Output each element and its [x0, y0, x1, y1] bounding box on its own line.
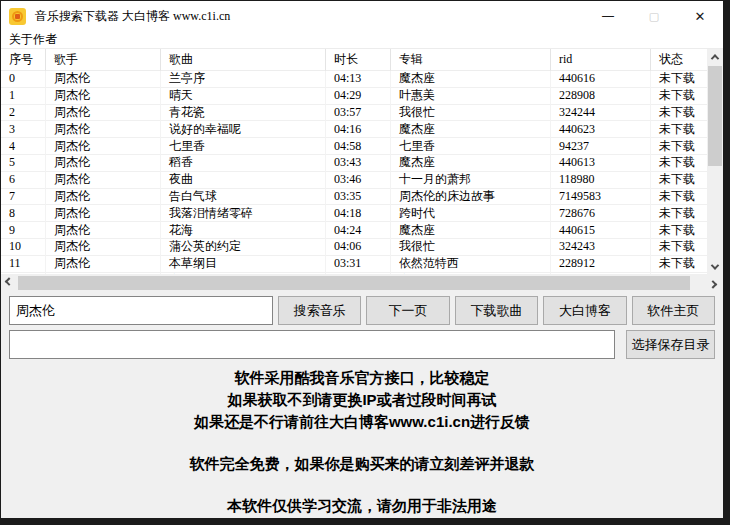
cell-artist: 周杰伦	[46, 239, 161, 256]
scroll-right-button[interactable]	[705, 274, 721, 292]
app-icon-ring	[12, 11, 23, 22]
scroll-up-button[interactable]	[707, 49, 723, 65]
cell-status: 未下载	[651, 222, 707, 239]
cell-duration: 03:57	[326, 105, 391, 122]
scroll-left-button[interactable]	[1, 274, 17, 292]
homepage-button[interactable]: 软件主页	[632, 296, 715, 325]
cell-artist: 周杰伦	[46, 105, 161, 122]
cell-rid: 440613	[551, 155, 651, 172]
cell-rid: 94237	[551, 138, 651, 155]
cell-song: 说好的幸福呢	[161, 121, 326, 138]
cell-rid: 228912	[551, 256, 651, 273]
app-icon	[9, 8, 26, 25]
table-row[interactable]: 11周杰伦本草纲目03:31依然范特西228912未下载	[1, 256, 707, 273]
table-row[interactable]: 6周杰伦夜曲03:46十一月的萧邦118980未下载	[1, 172, 707, 189]
cell-index: 9	[1, 222, 46, 239]
cell-rid: 324244	[551, 105, 651, 122]
horizontal-scrollbar[interactable]	[1, 274, 723, 292]
download-song-button[interactable]: 下载歌曲	[455, 296, 538, 325]
table-row[interactable]: 0周杰伦兰亭序04:13魔杰座440616未下载	[1, 71, 707, 88]
search-keyword-input[interactable]	[9, 296, 273, 325]
cell-song: 兰亭序	[161, 71, 326, 88]
cell-album: 魔杰座	[391, 222, 551, 239]
notice-block: 软件采用酷我音乐官方接口，比较稳定 如果获取不到请更换IP或者过段时间再试 如果…	[1, 359, 723, 517]
maximize-button: ▢	[631, 1, 677, 31]
notice-line: 如果获取不到请更换IP或者过段时间再试	[1, 389, 723, 411]
minimize-button[interactable]: —	[585, 1, 631, 31]
chevron-left-icon	[5, 277, 13, 285]
table-row[interactable]: 7周杰伦告白气球03:35周杰伦的床边故事7149583未下载	[1, 189, 707, 206]
vertical-scrollbar[interactable]	[707, 49, 723, 275]
cell-duration: 04:29	[326, 88, 391, 105]
cell-duration: 04:13	[326, 71, 391, 88]
cell-rid: 440616	[551, 71, 651, 88]
menu-item-about-author[interactable]: 关于作者	[1, 31, 62, 48]
cell-status: 未下载	[651, 239, 707, 256]
cell-album: 魔杰座	[391, 121, 551, 138]
column-header-status[interactable]: 状态	[651, 49, 707, 71]
cell-duration: 03:35	[326, 189, 391, 206]
column-header-album[interactable]: 专辑	[391, 49, 551, 71]
cell-song: 本草纲目	[161, 256, 326, 273]
search-music-button[interactable]: 搜索音乐	[278, 296, 361, 325]
cell-status: 未下载	[651, 138, 707, 155]
table-row[interactable]: 3周杰伦说好的幸福呢04:16魔杰座440623未下载	[1, 121, 707, 138]
notice-line: 软件采用酷我音乐官方接口，比较稳定	[1, 367, 723, 389]
next-page-button[interactable]: 下一页	[366, 296, 449, 325]
column-header-duration[interactable]: 时长	[326, 49, 391, 71]
vertical-scrollbar-thumb[interactable]	[708, 66, 722, 166]
table-body: 0周杰伦兰亭序04:13魔杰座440616未下载1周杰伦晴天04:29叶惠美22…	[1, 71, 707, 275]
cell-duration: 03:43	[326, 155, 391, 172]
cell-index: 4	[1, 138, 46, 155]
cell-status: 未下载	[651, 88, 707, 105]
cell-song: 七里香	[161, 138, 326, 155]
cell-index: 3	[1, 121, 46, 138]
cell-status: 未下载	[651, 172, 707, 189]
cell-album: 叶惠美	[391, 88, 551, 105]
table-row[interactable]: 4周杰伦七里香04:58七里香94237未下载	[1, 138, 707, 155]
cell-status: 未下载	[651, 121, 707, 138]
scroll-down-button[interactable]	[707, 259, 723, 275]
cell-status: 未下载	[651, 189, 707, 206]
blog-button[interactable]: 大白博客	[543, 296, 626, 325]
cell-duration: 04:18	[326, 205, 391, 222]
cell-album: 我很忙	[391, 239, 551, 256]
cell-status: 未下载	[651, 71, 707, 88]
cell-song: 蒲公英的约定	[161, 239, 326, 256]
cell-song: 夜曲	[161, 172, 326, 189]
column-header-song[interactable]: 歌曲	[161, 49, 326, 71]
table-row[interactable]: 8周杰伦我落泪情绪零碎04:18跨时代728676未下载	[1, 205, 707, 222]
cell-index: 7	[1, 189, 46, 206]
column-header-rid[interactable]: rid	[551, 49, 651, 71]
cell-artist: 周杰伦	[46, 189, 161, 206]
horizontal-scrollbar-thumb[interactable]	[18, 276, 690, 290]
cell-duration: 04:58	[326, 138, 391, 155]
table-row[interactable]: 9周杰伦花海04:24魔杰座440615未下载	[1, 222, 707, 239]
table-row[interactable]: 10周杰伦蒲公英的约定04:06我很忙324243未下载	[1, 239, 707, 256]
cell-album: 跨时代	[391, 205, 551, 222]
cell-index: 5	[1, 155, 46, 172]
close-button[interactable]: ✕	[677, 1, 723, 31]
notice-line: 软件完全免费，如果你是购买来的请立刻差评并退款	[1, 453, 723, 475]
cell-rid: 440623	[551, 121, 651, 138]
table-row[interactable]: 5周杰伦稻香03:43魔杰座440613未下载	[1, 155, 707, 172]
choose-save-dir-button[interactable]: 选择保存目录	[626, 330, 715, 359]
cell-duration: 04:06	[326, 239, 391, 256]
control-panel: 搜索音乐 下一页 下载歌曲 大白博客 软件主页 选择保存目录 软件采用酷我音乐官…	[1, 292, 723, 518]
window-title: 音乐搜索下载器 大白博客 www.c1i.cn	[35, 8, 230, 25]
table-row[interactable]: 1周杰伦晴天04:29叶惠美228908未下载	[1, 88, 707, 105]
cell-index: 2	[1, 105, 46, 122]
title-bar[interactable]: 音乐搜索下载器 大白博客 www.c1i.cn — ▢ ✕	[1, 1, 723, 31]
cell-index: 0	[1, 71, 46, 88]
table-row[interactable]: 2周杰伦青花瓷03:57我很忙324244未下载	[1, 105, 707, 122]
save-path-input[interactable]	[9, 330, 615, 359]
cell-album: 依然范特西	[391, 256, 551, 273]
cell-index: 8	[1, 205, 46, 222]
cell-song: 我落泪情绪零碎	[161, 205, 326, 222]
column-header-artist[interactable]: 歌手	[46, 49, 161, 71]
app-window: 音乐搜索下载器 大白博客 www.c1i.cn — ▢ ✕ 关于作者 序号 歌手…	[1, 1, 723, 518]
chevron-down-icon	[711, 261, 719, 269]
table-header: 序号 歌手 歌曲 时长 专辑 rid 状态	[1, 49, 707, 71]
cell-rid: 440615	[551, 222, 651, 239]
column-header-index[interactable]: 序号	[1, 49, 46, 71]
